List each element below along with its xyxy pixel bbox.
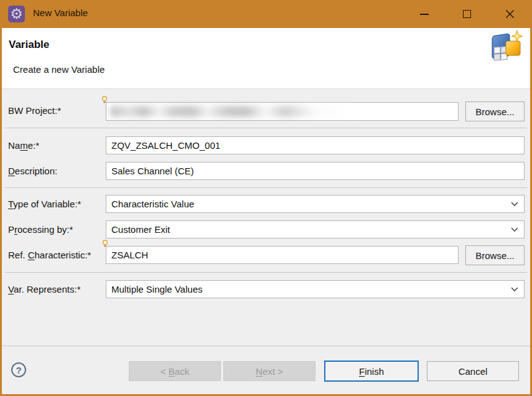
description-input[interactable] <box>106 162 525 180</box>
maximize-icon <box>463 10 471 18</box>
ref-characteristic-browse-button[interactable]: Browse... <box>465 245 525 265</box>
next-button[interactable]: Next > <box>223 361 315 381</box>
bw-project-field-wrap <box>106 102 459 121</box>
page-title: Variable <box>9 39 49 51</box>
close-button[interactable] <box>495 0 525 28</box>
finish-button[interactable]: Finish <box>324 361 419 382</box>
name-field-wrap <box>106 136 525 154</box>
bw-project-browse-button[interactable]: Browse... <box>465 101 525 121</box>
type-of-variable-combo[interactable]: Characteristic Value <box>106 195 525 213</box>
page-subtitle: Create a new Variable <box>13 64 105 75</box>
new-wizard-icon <box>485 29 524 68</box>
separator <box>2 346 530 346</box>
processing-by-value: Customer Exit <box>111 224 170 235</box>
ref-characteristic-input[interactable] <box>106 246 459 264</box>
name-label: Name:* <box>8 140 39 151</box>
ref-characteristic-field-wrap <box>106 246 459 264</box>
gear-icon: ⚙ <box>8 6 25 22</box>
type-of-variable-label: Type of Variable:* <box>8 199 81 209</box>
close-icon <box>505 9 515 19</box>
separator <box>5 128 527 128</box>
maximize-button[interactable] <box>452 0 482 28</box>
var-represents-label: Var. Represents:* <box>8 284 80 295</box>
type-of-variable-value: Characteristic Value <box>111 199 194 209</box>
chevron-down-icon <box>511 227 518 232</box>
bw-project-redacted-value <box>110 106 353 117</box>
description-field-wrap <box>106 162 525 180</box>
help-button[interactable]: ? <box>11 362 26 377</box>
minimize-icon <box>420 14 429 15</box>
wizard-header: Variable Create a new Variable <box>2 28 530 89</box>
chevron-down-icon <box>511 202 518 207</box>
window-controls <box>409 0 525 28</box>
titlebar[interactable]: ⚙ New Variable <box>0 0 532 28</box>
processing-by-label: Processing by:* <box>8 224 73 235</box>
var-represents-value: Multiple Single Values <box>111 284 202 295</box>
bw-project-label: BW Project:* <box>8 105 61 116</box>
processing-by-combo[interactable]: Customer Exit <box>106 220 525 238</box>
help-icon: ? <box>16 365 21 375</box>
cancel-button[interactable]: Cancel <box>427 361 519 381</box>
name-input[interactable] <box>106 136 525 154</box>
chevron-down-icon <box>511 287 518 292</box>
new-variable-dialog: ⚙ New Variable Variable Create a new Var… <box>0 0 532 396</box>
var-represents-combo[interactable]: Multiple Single Values <box>106 280 525 298</box>
dialog-content: Variable Create a new Variable <box>2 28 530 394</box>
separator <box>5 187 527 188</box>
back-button[interactable]: < Back <box>129 361 221 381</box>
minimize-button[interactable] <box>409 0 439 28</box>
description-label: Description: <box>8 166 57 176</box>
separator <box>5 272 527 273</box>
window-title: New Variable <box>33 7 88 18</box>
ref-characteristic-label: Ref. Characteristic:* <box>8 250 91 260</box>
